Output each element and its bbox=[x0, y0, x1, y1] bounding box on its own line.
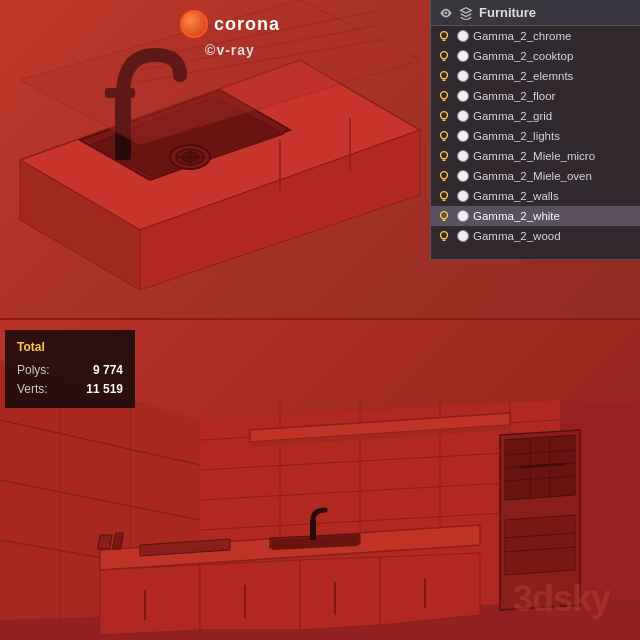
bulb-icon bbox=[437, 129, 451, 143]
svg-point-71 bbox=[441, 152, 448, 159]
panel-item[interactable]: Gamma_2_chrome bbox=[431, 26, 640, 46]
layer-item-label: Gamma_2_grid bbox=[473, 110, 552, 122]
panel-item[interactable]: Gamma_2_white bbox=[431, 206, 640, 226]
corona-text: corona bbox=[214, 14, 280, 35]
svg-point-75 bbox=[441, 232, 448, 239]
layer-item-label: Gamma_2_wood bbox=[473, 230, 561, 242]
layers-icon bbox=[459, 6, 473, 20]
svg-marker-40 bbox=[200, 560, 300, 630]
panel-title: Furniture bbox=[479, 5, 536, 20]
layer-visibility-dot bbox=[457, 90, 469, 102]
layer-visibility-dot bbox=[457, 230, 469, 242]
stats-verts-row: Verts: 11 519 bbox=[17, 380, 123, 399]
layer-item-label: Gamma_2_cooktop bbox=[473, 50, 573, 62]
bulb-icon bbox=[437, 69, 451, 83]
svg-marker-59 bbox=[505, 515, 575, 575]
svg-point-70 bbox=[441, 132, 448, 139]
layer-item-label: Gamma_2_elemnts bbox=[473, 70, 573, 82]
watermark-text: 3dsky bbox=[513, 578, 610, 620]
stats-title: Total bbox=[17, 338, 123, 357]
bulb-icon bbox=[437, 49, 451, 63]
panel-header: Furniture bbox=[431, 0, 640, 26]
layer-visibility-dot bbox=[457, 150, 469, 162]
main-viewport: corona ©v-ray bbox=[0, 0, 640, 640]
layer-visibility-dot bbox=[457, 110, 469, 122]
svg-marker-42 bbox=[380, 553, 480, 625]
layer-item-label: Gamma_2_Miele_micro bbox=[473, 150, 595, 162]
stats-polys-row: Polys: 9 774 bbox=[17, 361, 123, 380]
polys-value: 9 774 bbox=[93, 361, 123, 380]
svg-rect-50 bbox=[310, 520, 316, 540]
svg-point-65 bbox=[441, 32, 448, 39]
bulb-icon bbox=[437, 229, 451, 243]
panel-item[interactable]: Gamma_2_Miele_micro bbox=[431, 146, 640, 166]
bulb-icon bbox=[437, 209, 451, 223]
vray-logo: ©v-ray bbox=[205, 42, 255, 58]
panel-item[interactable]: Gamma_2_elemnts bbox=[431, 66, 640, 86]
svg-point-66 bbox=[441, 52, 448, 59]
bulb-icon bbox=[437, 89, 451, 103]
layer-visibility-dot bbox=[457, 170, 469, 182]
eye-icon bbox=[439, 6, 453, 20]
stats-box: Total Polys: 9 774 Verts: 11 519 bbox=[5, 330, 135, 408]
renderer-logos: corona ©v-ray bbox=[180, 10, 280, 58]
polys-label: Polys: bbox=[17, 361, 50, 380]
layer-visibility-dot bbox=[457, 30, 469, 42]
layer-item-label: Gamma_2_Miele_oven bbox=[473, 170, 592, 182]
layer-visibility-dot bbox=[457, 190, 469, 202]
svg-marker-41 bbox=[300, 557, 380, 630]
bulb-icon bbox=[437, 149, 451, 163]
layer-visibility-dot bbox=[457, 210, 469, 222]
layer-item-label: Gamma_2_white bbox=[473, 210, 560, 222]
bulb-icon bbox=[437, 169, 451, 183]
layer-visibility-dot bbox=[457, 50, 469, 62]
layer-item-label: Gamma_2_chrome bbox=[473, 30, 571, 42]
layer-panel: Furniture Gamma_2_chromeGamma_2_cooktopG… bbox=[430, 0, 640, 260]
verts-value: 11 519 bbox=[86, 380, 123, 399]
svg-point-64 bbox=[445, 11, 448, 14]
panel-item[interactable]: Gamma_2_lights bbox=[431, 126, 640, 146]
panel-item[interactable]: Gamma_2_walls bbox=[431, 186, 640, 206]
panel-item[interactable]: Gamma_2_Miele_oven bbox=[431, 166, 640, 186]
vray-text: ©v-ray bbox=[205, 42, 255, 58]
svg-point-72 bbox=[441, 172, 448, 179]
panel-item[interactable]: Gamma_2_wood bbox=[431, 226, 640, 246]
layer-item-label: Gamma_2_walls bbox=[473, 190, 559, 202]
layer-item-label: Gamma_2_lights bbox=[473, 130, 560, 142]
svg-point-68 bbox=[441, 92, 448, 99]
layer-visibility-dot bbox=[457, 70, 469, 82]
svg-rect-62 bbox=[98, 535, 112, 549]
bulb-icon bbox=[437, 109, 451, 123]
corona-sphere-icon bbox=[180, 10, 208, 38]
svg-point-69 bbox=[441, 112, 448, 119]
panel-item[interactable]: Gamma_2_grid bbox=[431, 106, 640, 126]
svg-point-67 bbox=[441, 72, 448, 79]
bulb-icon bbox=[437, 29, 451, 43]
bulb-icon bbox=[437, 189, 451, 203]
svg-marker-39 bbox=[100, 565, 200, 635]
svg-point-73 bbox=[441, 192, 448, 199]
panel-item[interactable]: Gamma_2_cooktop bbox=[431, 46, 640, 66]
panel-item[interactable]: Gamma_2_floor bbox=[431, 86, 640, 106]
corona-logo: corona bbox=[180, 10, 280, 38]
layer-item-label: Gamma_2_floor bbox=[473, 90, 555, 102]
verts-label: Verts: bbox=[17, 380, 48, 399]
svg-point-74 bbox=[441, 212, 448, 219]
layer-visibility-dot bbox=[457, 130, 469, 142]
panel-items-list: Gamma_2_chromeGamma_2_cooktopGamma_2_ele… bbox=[431, 26, 640, 246]
